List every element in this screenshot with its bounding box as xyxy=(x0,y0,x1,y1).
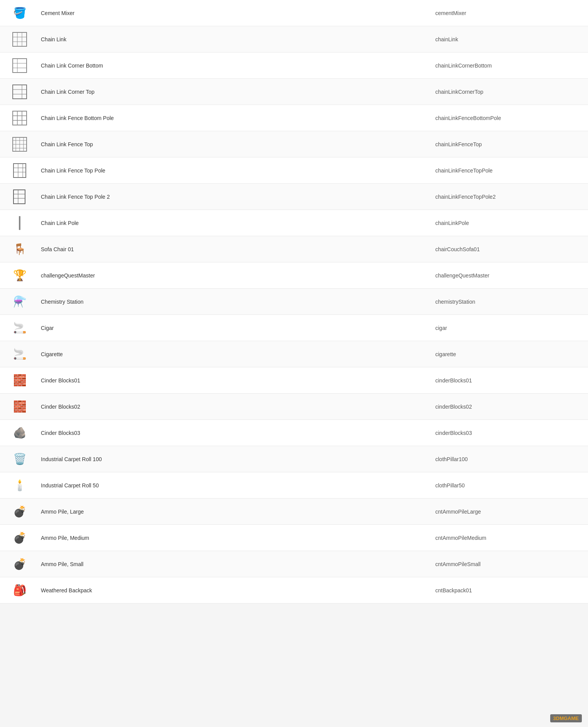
item-name: Ammo Pile, Small xyxy=(33,561,435,567)
item-name: Chain Link Pole xyxy=(33,220,435,226)
table-row: 🧱Cinder Blocks01cinderBlocks01 xyxy=(0,367,588,394)
icon-chain-link-corner-bottom xyxy=(6,56,33,75)
icon-chain-link-fence-top xyxy=(6,135,33,154)
icon-chemistry-station: ⚗️ xyxy=(6,292,33,311)
item-name: Chain Link xyxy=(33,36,435,42)
item-icon xyxy=(10,109,29,127)
item-icon: 🚬 xyxy=(10,345,29,364)
icon-cigarette: 🚬 xyxy=(6,345,33,364)
item-code: cigarette xyxy=(435,351,582,357)
item-name: Chain Link Fence Top Pole 2 xyxy=(33,194,435,200)
table-row: 🪣Cement MixercementMixer xyxy=(0,0,588,26)
item-icon: ⚗️ xyxy=(10,292,29,311)
item-name: Chain Link Corner Top xyxy=(33,89,435,95)
item-icon xyxy=(10,188,29,206)
items-table: 🪣Cement MixercementMixerChain LinkchainL… xyxy=(0,0,588,604)
item-code: cinderBlocks03 xyxy=(435,430,582,436)
icon-sofa-chair-01: 🪑 xyxy=(6,240,33,259)
item-name: Cigar xyxy=(33,325,435,331)
svg-rect-0 xyxy=(13,32,27,46)
item-icon: 🧱 xyxy=(10,397,29,416)
table-row: Chain Link Corner TopchainLinkCornerTop xyxy=(0,79,588,105)
item-icon: 🗑️ xyxy=(10,450,29,468)
item-icon: 💣 xyxy=(10,502,29,521)
icon-cinder-blocks-03: 🪨 xyxy=(6,424,33,442)
icon-chain-link-fence-top-pole xyxy=(6,161,33,180)
item-code: chainLinkFenceTopPole xyxy=(435,167,582,174)
item-icon: 🚬 xyxy=(10,319,29,337)
table-row: 🧱Cinder Blocks02cinderBlocks02 xyxy=(0,394,588,420)
icon-chain-link-pole xyxy=(6,214,33,232)
icon-chain-link-fence-bottom-pole xyxy=(6,109,33,127)
item-code: chainLinkCornerBottom xyxy=(435,63,582,69)
table-row: 🗑️Industrial Carpet Roll 100clothPillar1… xyxy=(0,446,588,472)
icon-challenge-quest-master: 🏆 xyxy=(6,266,33,285)
icon-chain-link-fence-top-pole-2 xyxy=(6,188,33,206)
table-row: 💣Ammo Pile, MediumcntAmmoPileMedium xyxy=(0,525,588,551)
table-row: ⚗️Chemistry StationchemistryStation xyxy=(0,289,588,315)
table-row: 🚬Cigarettecigarette xyxy=(0,341,588,367)
item-code: cntAmmoPileLarge xyxy=(435,509,582,515)
item-name: Ammo Pile, Medium xyxy=(33,535,435,541)
table-row: 💣Ammo Pile, LargecntAmmoPileLarge xyxy=(0,499,588,525)
table-row: Chain Link Fence Top PolechainLinkFenceT… xyxy=(0,157,588,184)
item-name: Industrial Carpet Roll 50 xyxy=(33,482,435,489)
item-name: Chain Link Fence Top Pole xyxy=(33,167,435,174)
svg-rect-9 xyxy=(13,85,27,99)
table-row: Chain Link Fence Top Pole 2chainLinkFenc… xyxy=(0,184,588,210)
table-row: 🪑Sofa Chair 01chairCouchSofa01 xyxy=(0,236,588,262)
item-icon: 🎒 xyxy=(10,581,29,600)
icon-chain-link-corner-top xyxy=(6,83,33,101)
item-icon xyxy=(10,161,29,180)
table-row: Chain LinkchainLink xyxy=(0,26,588,52)
item-code: cinderBlocks01 xyxy=(435,377,582,384)
item-name: Cement Mixer xyxy=(33,10,435,16)
item-icon xyxy=(10,56,29,75)
table-row: 🕯️Industrial Carpet Roll 50clothPillar50 xyxy=(0,472,588,499)
item-name: Weathered Backpack xyxy=(33,587,435,593)
item-code: cigar xyxy=(435,325,582,331)
item-name: challengeQuestMaster xyxy=(33,272,435,279)
item-code: chairCouchSofa01 xyxy=(435,246,582,252)
item-icon: 💣 xyxy=(10,555,29,573)
item-code: cntAmmoPileSmall xyxy=(435,561,582,567)
item-name: Cigarette xyxy=(33,351,435,357)
svg-rect-34 xyxy=(19,216,20,230)
item-code: chainLinkFenceBottomPole xyxy=(435,115,582,121)
icon-ammo-pile-small: 💣 xyxy=(6,555,33,573)
table-row: 🏆challengeQuestMasterchallengeQuestMaste… xyxy=(0,262,588,289)
item-name: Chemistry Station xyxy=(33,299,435,305)
table-row: Chain Link Corner BottomchainLinkCornerB… xyxy=(0,52,588,79)
table-row: Chain Link Fence TopchainLinkFenceTop xyxy=(0,131,588,157)
item-code: chemistryStation xyxy=(435,299,582,305)
svg-rect-30 xyxy=(13,190,25,204)
item-icon: 💣 xyxy=(10,529,29,547)
item-name: Sofa Chair 01 xyxy=(33,246,435,252)
item-icon: 🏆 xyxy=(10,266,29,285)
item-icon: 🪨 xyxy=(10,424,29,442)
icon-cigar: 🚬 xyxy=(6,319,33,337)
item-name: Ammo Pile, Large xyxy=(33,509,435,515)
item-name: Cinder Blocks03 xyxy=(33,430,435,436)
icon-chain-link xyxy=(6,30,33,49)
icon-cinder-blocks-02: 🧱 xyxy=(6,397,33,416)
item-icon: 🧱 xyxy=(10,371,29,390)
item-name: Chain Link Corner Bottom xyxy=(33,63,435,69)
item-name: Chain Link Fence Top xyxy=(33,141,435,147)
item-code: chainLinkFenceTopPole2 xyxy=(435,194,582,200)
item-code: chainLink xyxy=(435,36,582,42)
icon-ammo-pile-large: 💣 xyxy=(6,502,33,521)
item-name: Cinder Blocks02 xyxy=(33,404,435,410)
item-name: Chain Link Fence Bottom Pole xyxy=(33,115,435,121)
item-icon: 🕯️ xyxy=(10,476,29,495)
icon-ammo-pile-medium: 💣 xyxy=(6,529,33,547)
icon-industrial-carpet-roll-50: 🕯️ xyxy=(6,476,33,495)
item-icon xyxy=(10,30,29,49)
table-row: 🎒Weathered BackpackcntBackpack01 xyxy=(0,577,588,604)
item-code: clothPillar100 xyxy=(435,456,582,462)
item-code: chainLinkPole xyxy=(435,220,582,226)
item-code: chainLinkFenceTop xyxy=(435,141,582,147)
table-row: 💣Ammo Pile, SmallcntAmmoPileSmall xyxy=(0,551,588,577)
icon-cement-mixer: 🪣 xyxy=(6,4,33,22)
item-code: clothPillar50 xyxy=(435,482,582,489)
